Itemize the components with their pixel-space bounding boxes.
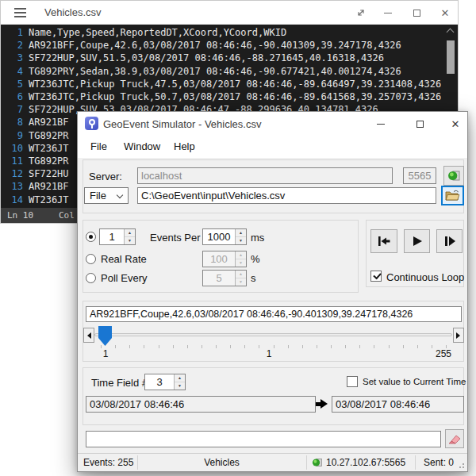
line-text: SF722HUP,SUV,51.5,03/08/2017 08:46:46,-8… <box>23 52 384 64</box>
continuous-loop-checkbox[interactable] <box>370 271 382 282</box>
minimize-icon <box>377 124 385 125</box>
events-per-radio[interactable] <box>86 232 96 242</box>
menu-file[interactable]: File <box>90 140 107 152</box>
real-rate-value: 100 <box>203 251 235 267</box>
poll-every-value: 5 <box>203 271 235 286</box>
line-text: TG892PRY,Sedan,38.9,03/08/2017 08:46:46,… <box>23 65 401 78</box>
maximize-button[interactable] <box>404 1 429 25</box>
resize-grip[interactable] <box>463 466 464 468</box>
maximize-icon <box>413 10 420 17</box>
close-button[interactable]: ✕ <box>432 1 458 25</box>
feed-name: Vehicles <box>137 457 306 468</box>
line-number: 4 <box>1 65 23 78</box>
play-button[interactable] <box>404 229 430 253</box>
time-field-spinner[interactable]: 3 ▲▼ <box>144 374 186 390</box>
close-icon: ✕ <box>451 118 460 130</box>
line-number: 2 <box>1 39 23 52</box>
step-forward-button[interactable] <box>436 229 463 253</box>
set-current-time-label: Set value to Current Time <box>363 377 466 386</box>
connect-button[interactable] <box>443 166 464 186</box>
line-number: 8 <box>1 116 23 129</box>
events-per-label: Events Per <box>150 232 201 244</box>
maximize-icon <box>416 121 424 128</box>
menu-window[interactable]: Window <box>124 140 160 152</box>
statusbar-divider <box>415 455 416 470</box>
events-count: Events: 255 <box>83 457 133 468</box>
slider-mid-label: 1 <box>263 348 275 359</box>
menubar: File Window Help <box>78 136 467 158</box>
slider-track[interactable] <box>94 333 452 336</box>
diagonal-resize-icon <box>356 8 366 17</box>
geoevent-logo-icon <box>85 117 98 130</box>
spin-down-icon[interactable]: ▼ <box>175 382 185 390</box>
line-indicator: Ln 10 <box>7 210 33 221</box>
percent-unit-label: % <box>251 253 260 265</box>
spin-down-icon[interactable]: ▼ <box>125 237 135 244</box>
poll-every-radio[interactable] <box>86 273 96 283</box>
real-rate-label: Real Rate <box>101 253 147 265</box>
line-text: TG892PR <box>23 155 69 167</box>
spin-down-icon[interactable]: ▼ <box>236 237 246 244</box>
expand-icon[interactable] <box>348 1 374 25</box>
skip-to-start-button[interactable] <box>370 229 397 253</box>
csv-line: 2AR921BFF,Coupe,42.6,03/08/2017 08:46:46… <box>1 39 458 52</box>
spin-up-icon[interactable]: ▲ <box>175 374 185 382</box>
real-rate-radio[interactable] <box>86 254 96 264</box>
current-event-input[interactable]: AR921BFF,Coupe,42.6,03/08/2017 08:46:46,… <box>86 306 462 322</box>
left-arrow-icon <box>84 332 91 339</box>
events-count-spinner[interactable]: 1 ▲▼ <box>99 228 136 245</box>
line-number: 12 <box>1 167 23 180</box>
line-number: 1 <box>1 26 23 39</box>
minimize-button[interactable] <box>375 1 401 25</box>
line-text: TG892PR <box>23 129 69 142</box>
time-from-input[interactable]: 03/08/2017 08:46:46 <box>86 396 316 413</box>
line-number: 14 <box>1 194 23 206</box>
csv-titlebar: Vehicles.csv ✕ <box>1 1 458 25</box>
scroll-up-icon[interactable] <box>447 29 455 36</box>
close-icon: ✕ <box>441 7 450 19</box>
line-number: 7 <box>1 103 23 116</box>
maximize-button[interactable] <box>407 112 432 136</box>
spin-up-icon: ▲ <box>236 271 246 278</box>
arrow-right-icon <box>321 399 332 409</box>
statusbar-divider <box>306 455 307 470</box>
file-path-input[interactable]: C:\GeoEvent\input\Vehicles.csv <box>137 187 436 204</box>
line-number: 9 <box>1 129 23 142</box>
line-text: WT236JTC,Pickup Truck,50.7,03/08/2017 08… <box>23 90 441 103</box>
continuous-loop-label: Continuous Loop <box>386 271 464 283</box>
poll-every-spinner: 5 ▲▼ <box>202 270 247 286</box>
chevron-down-icon <box>117 192 123 198</box>
time-to-input[interactable]: 03/08/2017 08:46:46 <box>332 396 464 413</box>
clear-log-button[interactable] <box>445 429 464 448</box>
interval-value: 1000 <box>203 229 235 244</box>
spin-up-icon[interactable]: ▲ <box>236 229 246 237</box>
server-label: Server: <box>89 171 122 182</box>
hamburger-menu-icon[interactable] <box>14 12 26 13</box>
csv-line: 6WT236JTC,Pickup Truck,50.7,03/08/2017 0… <box>1 90 458 103</box>
spin-down-icon: ▼ <box>236 259 246 267</box>
scrollbar-thumb[interactable] <box>447 40 455 74</box>
line-text: SF722HU <box>23 167 69 180</box>
minimize-button[interactable] <box>368 112 393 136</box>
log-output-input[interactable] <box>86 431 441 447</box>
poll-every-label: Poll Every <box>101 272 148 284</box>
geoevent-simulator-window: GeoEvent Simulator - Vehicles.csv ✕ File… <box>77 111 468 472</box>
ms-unit-label: ms <box>251 232 264 244</box>
real-rate-spinner: 100 ▲▼ <box>202 251 247 267</box>
source-type-dropdown[interactable]: File <box>84 187 129 204</box>
menu-help[interactable]: Help <box>174 140 195 152</box>
spin-up-icon[interactable]: ▲ <box>125 229 135 237</box>
close-button[interactable]: ✕ <box>443 112 468 136</box>
line-number: 11 <box>1 155 23 167</box>
open-folder-icon <box>445 190 460 202</box>
sim-statusbar: Events: 255 Vehicles 10.27.102.67:5565 S… <box>78 453 467 471</box>
set-current-time-checkbox[interactable] <box>347 376 358 387</box>
server-port-input[interactable]: 5565 <box>403 167 436 184</box>
browse-file-button[interactable] <box>441 186 464 205</box>
server-host-input[interactable]: localhost <box>137 167 393 184</box>
source-type-value: File <box>90 190 106 202</box>
right-arrow-icon <box>456 332 463 339</box>
slider-right-button[interactable] <box>453 328 464 343</box>
interval-spinner[interactable]: 1000 ▲▼ <box>202 228 247 245</box>
slider-left-button[interactable] <box>83 328 94 343</box>
